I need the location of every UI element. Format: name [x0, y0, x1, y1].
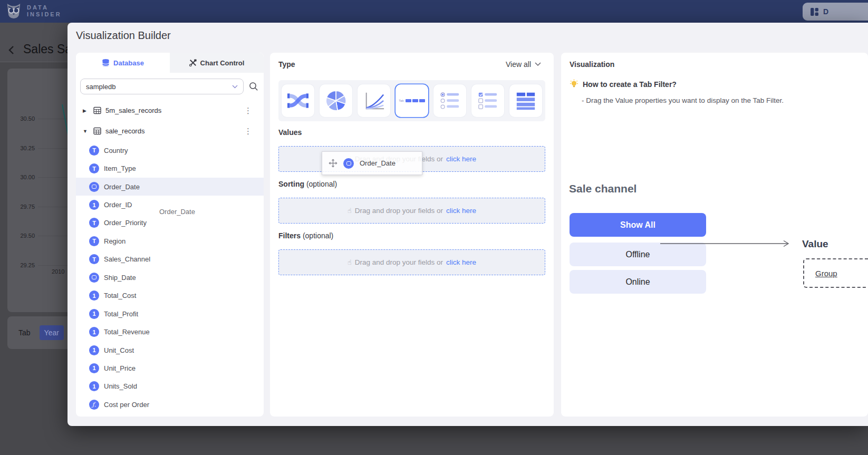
text-type-icon: T [89, 254, 99, 264]
table-icon [93, 127, 101, 135]
annotation-group-box: Group [803, 258, 868, 288]
tab-option-show-all[interactable]: Show All [570, 213, 706, 237]
chevron-down-icon [232, 85, 238, 89]
dragged-field-card[interactable]: Order_Date [322, 151, 422, 175]
annotation-value-label: Value [802, 238, 828, 250]
field-name: Region [104, 237, 126, 245]
tip-body: - Drag the Value properties you want to … [582, 96, 784, 104]
expression-type-icon: ƒ. [89, 400, 99, 410]
caret-down-icon[interactable]: ▼ [83, 129, 89, 134]
field-name: Total_Profit [104, 310, 138, 318]
date-type-icon [343, 158, 354, 169]
field-row-item-type[interactable]: TItem_Type [76, 159, 264, 177]
y-axis-tick: 30.50 [13, 115, 35, 122]
database-select-value: sampledb [86, 83, 115, 91]
field-row-order-priority[interactable]: TOrder_Priority [76, 214, 264, 232]
filters-dropzone[interactable]: ☝ Drag and drop your fields or click her… [278, 249, 545, 275]
tab-filter-icon: Tab [399, 99, 425, 102]
dropzone-click-here-link[interactable]: click here [446, 155, 476, 163]
tab-filter-icon-word: Tab [399, 99, 404, 102]
dashboard-button[interactable]: D [803, 3, 868, 21]
table-name: sale_records [105, 127, 144, 135]
date-type-icon [89, 182, 99, 192]
field-name: Order_ID [104, 201, 132, 209]
chart-type-radio-list[interactable] [433, 84, 466, 117]
number-type-icon: 1 [89, 381, 99, 391]
kebab-menu-icon[interactable]: ⋮ [244, 127, 252, 135]
field-row-sales-channel[interactable]: TSales_Channel [76, 250, 264, 268]
values-section-label: Values [278, 128, 302, 137]
chart-type-strip: Tab [278, 80, 545, 121]
dropzone-click-here-link[interactable]: click here [446, 207, 476, 215]
hammer-wrench-icon [189, 59, 197, 66]
field-name: Country [104, 147, 128, 154]
drag-source-ghost-label: Order_Date [159, 208, 195, 216]
chart-type-line[interactable] [358, 84, 390, 117]
chart-type-pie[interactable] [320, 84, 352, 117]
period-tab-tab[interactable]: Tab [14, 325, 35, 340]
field-row-units-sold[interactable]: 1Units_Sold [76, 377, 264, 395]
owl-logo-icon [5, 2, 22, 20]
annotation-arrow [659, 239, 792, 248]
visualization-header: Visualization [570, 60, 614, 69]
field-row-country[interactable]: TCountry [76, 141, 264, 159]
sorting-section-label: Sorting (optional) [278, 180, 337, 188]
top-navbar: DATA INSIDER D [0, 0, 868, 23]
preview-chart-title: Sale channel [569, 182, 636, 195]
chart-type-sankey[interactable] [282, 84, 314, 117]
text-type-icon: T [89, 218, 99, 228]
caret-right-icon[interactable]: ▶ [83, 108, 89, 113]
field-row-unit-cost[interactable]: 1Unit_Cost [76, 341, 264, 359]
field-row-total-revenue[interactable]: 1Total_Revenue [76, 323, 264, 341]
dropzone-text: Drag and drop your fields or [355, 207, 443, 215]
modal-title: Visualization Builder [76, 30, 171, 42]
y-axis-tick: 29.25 [13, 262, 35, 268]
tip-title: How to create a Tab Filter? [583, 80, 677, 89]
field-row-ship-date[interactable]: Ship_Date [76, 268, 264, 286]
field-row-total-cost[interactable]: 1Total_Cost [76, 287, 264, 305]
field-name: Order_Date [104, 183, 140, 191]
annotation-group-link[interactable]: Group [815, 269, 837, 278]
field-row-total-profit[interactable]: 1Total_Profit [76, 305, 264, 323]
dashboard-icon [810, 7, 819, 16]
field-row-cost-per-order[interactable]: ƒ.Cost per Order [76, 395, 264, 413]
x-axis-tick: 2010 [52, 268, 64, 275]
field-name: Sales_Channel [104, 255, 150, 263]
database-search-row: sampledb [76, 73, 264, 100]
visualization-panel: Visualization How to create a Tab Filter… [561, 53, 868, 417]
checkbox-list-icon [477, 90, 499, 111]
table-list-icon [515, 90, 537, 111]
dashboard-button-label: D [823, 7, 828, 16]
sankey-icon [286, 90, 310, 111]
back-icon[interactable] [7, 45, 16, 57]
chart-type-checkbox-list[interactable] [471, 84, 504, 117]
view-all-label: View all [506, 60, 531, 69]
text-type-icon: T [89, 163, 99, 173]
table-row-sale-records[interactable]: ▼ sale_records ⋮ [76, 121, 264, 141]
period-tab-year[interactable]: Year [40, 325, 64, 340]
dropzone-click-here-link[interactable]: click here [446, 258, 476, 266]
database-select[interactable]: sampledb [80, 79, 244, 94]
brand-logo[interactable]: DATA INSIDER [5, 2, 62, 20]
brand-text: DATA INSIDER [27, 4, 62, 18]
kebab-menu-icon[interactable]: ⋮ [244, 107, 252, 114]
application-window: Sales Sa 30.50 30.25 30.00 29.75 29.50 2… [0, 0, 868, 455]
field-row-unit-price[interactable]: 1Unit_Price [76, 359, 264, 377]
number-type-icon: 1 [89, 309, 99, 319]
table-row-5m-sales-records[interactable]: ▶ 5m_sales_records ⋮ [76, 100, 264, 121]
tab-chart-control[interactable]: Chart Control [170, 53, 264, 73]
tab-database-label: Database [113, 59, 144, 67]
view-all-dropdown[interactable]: View all [506, 60, 541, 69]
tab-database[interactable]: Database [76, 53, 170, 73]
chart-type-tab-filter[interactable]: Tab [396, 84, 428, 117]
field-name: Total_Cost [104, 292, 136, 299]
field-row-order-date[interactable]: Order_Date [76, 178, 264, 196]
visualization-builder-modal: Visualization Builder Database [67, 23, 868, 426]
database-panel: Database Chart Control sampledb [76, 53, 264, 417]
chart-type-table[interactable] [509, 84, 542, 117]
sorting-dropzone[interactable]: ☝ Drag and drop your fields or click her… [278, 198, 545, 224]
field-row-region[interactable]: TRegion [76, 232, 264, 250]
pie-chart-icon [325, 90, 347, 112]
tab-option-online[interactable]: Online [570, 270, 706, 294]
search-icon[interactable] [249, 82, 258, 91]
